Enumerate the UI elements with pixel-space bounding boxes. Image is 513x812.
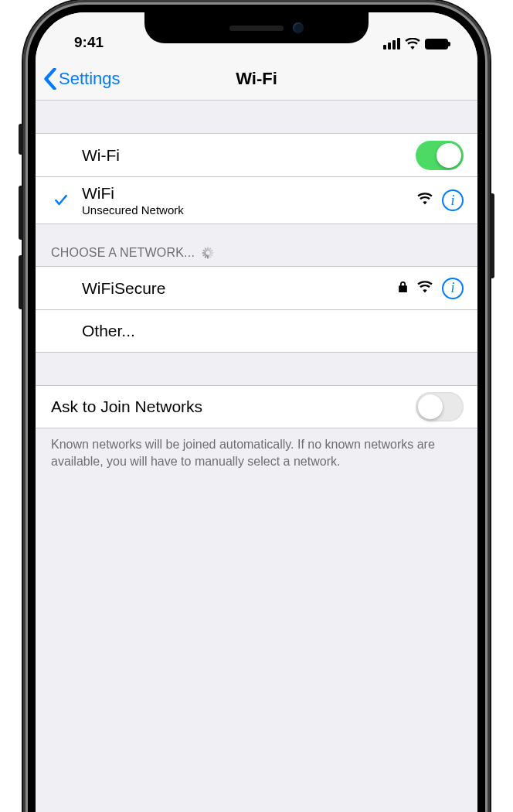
- footer-text: Known networks will be joined automatica…: [36, 428, 477, 485]
- other-label: Other...: [82, 322, 135, 340]
- wifi-signal-icon: [417, 193, 433, 208]
- wifi-toggle-row[interactable]: Wi-Fi: [36, 133, 477, 176]
- info-button[interactable]: i: [442, 278, 464, 299]
- back-label: Settings: [59, 69, 121, 89]
- back-button[interactable]: Settings: [36, 68, 121, 90]
- content: Wi-Fi WiFi Unsecured Network: [36, 101, 477, 485]
- network-row[interactable]: WiFiSecure i: [36, 266, 477, 309]
- wifi-status-icon: [405, 38, 420, 49]
- other-network-row[interactable]: Other...: [36, 309, 477, 353]
- ask-to-join-toggle[interactable]: [416, 392, 464, 421]
- battery-icon: [425, 39, 448, 49]
- info-button[interactable]: i: [442, 189, 464, 211]
- lock-icon: [398, 281, 408, 296]
- network-name: WiFiSecure: [82, 279, 166, 298]
- connected-network-name: WiFi: [82, 184, 184, 203]
- ask-to-join-label: Ask to Join Networks: [51, 397, 202, 416]
- wifi-signal-icon: [417, 281, 433, 296]
- choose-network-label: CHOOSE A NETWORK...: [51, 246, 195, 260]
- checkmark-icon: [49, 193, 73, 208]
- status-time: 9:41: [74, 34, 104, 51]
- connected-network-row[interactable]: WiFi Unsecured Network i: [36, 176, 477, 224]
- choose-network-header: CHOOSE A NETWORK...: [36, 224, 477, 266]
- chevron-left-icon: [43, 68, 57, 90]
- navigation-bar: Settings Wi-Fi: [36, 57, 477, 101]
- ask-to-join-row[interactable]: Ask to Join Networks: [36, 385, 477, 428]
- spinner-icon: [201, 246, 215, 260]
- cellular-signal-icon: [383, 38, 400, 49]
- wifi-toggle-label: Wi-Fi: [82, 146, 120, 165]
- wifi-toggle[interactable]: [416, 141, 464, 170]
- connected-network-subtitle: Unsecured Network: [82, 203, 184, 217]
